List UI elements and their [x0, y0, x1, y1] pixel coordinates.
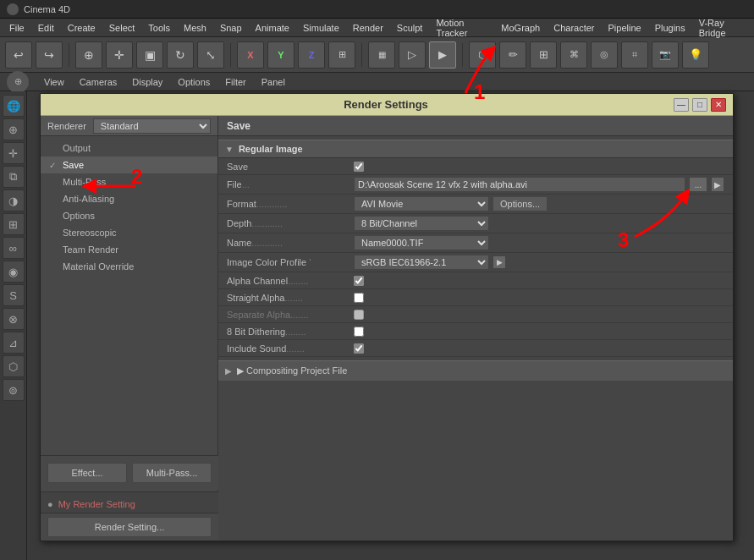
rs-row-8bit-dithering: 8 Bit Dithering........: [218, 323, 733, 340]
selection-tool-button[interactable]: ⊕: [75, 41, 102, 69]
rs-maximize-button[interactable]: □: [692, 98, 707, 112]
rs-checkbox-straight-alpha[interactable]: [354, 293, 364, 303]
rs-row-image-color-profile: Image Color Profile ' sRGB IEC61966-2.1 …: [218, 253, 733, 272]
rs-value-save: [354, 162, 724, 172]
sidebar-icon-morph[interactable]: ◉: [3, 261, 25, 283]
rs-compositing-section[interactable]: ▶ ▶ Compositing Project File: [218, 360, 733, 381]
menu-animate[interactable]: Animate: [250, 21, 295, 35]
menu-mograph[interactable]: MoGraph: [495, 21, 546, 35]
redo-button[interactable]: ↪: [36, 41, 63, 69]
rs-checkbox-separate-alpha[interactable]: [354, 310, 364, 320]
rs-section-header-regular-image[interactable]: ▼ Regular Image: [218, 140, 733, 158]
sidebar-icon-joint[interactable]: S: [3, 284, 25, 306]
render-region-button[interactable]: ▦: [368, 41, 395, 69]
sidebar-icon-dynamics[interactable]: ⬡: [3, 355, 25, 377]
sidebar-icon-shader[interactable]: ⊚: [3, 379, 25, 401]
rs-renderer-select[interactable]: Standard: [93, 118, 211, 134]
rs-checkbox-8bit-dithering[interactable]: [354, 327, 364, 337]
sub-menu-filter[interactable]: Filter: [218, 75, 252, 89]
rs-name-select[interactable]: Name0000.TIF: [354, 235, 489, 250]
render-picture-viewer-button[interactable]: ▶: [429, 41, 456, 69]
sidebar-icon-move[interactable]: ✛: [3, 142, 25, 164]
menu-edit[interactable]: Edit: [32, 21, 60, 35]
rs-nav-anti-aliasing[interactable]: Anti-Aliasing: [41, 190, 217, 207]
sub-menu-view[interactable]: View: [37, 75, 71, 89]
menu-sculpt[interactable]: Sculpt: [391, 21, 429, 35]
y-axis-button[interactable]: Y: [267, 41, 294, 69]
menu-render[interactable]: Render: [347, 21, 389, 35]
menu-pipeline[interactable]: Pipeline: [603, 21, 647, 35]
z-axis-button[interactable]: Z: [298, 41, 325, 69]
light-button[interactable]: 💡: [682, 41, 709, 69]
sidebar-icon-constraint[interactable]: ⊗: [3, 308, 25, 330]
x-axis-button[interactable]: X: [237, 41, 264, 69]
sidebar-icon-select[interactable]: ⊕: [3, 118, 25, 140]
rs-color-profile-arrow-button[interactable]: ▶: [493, 255, 506, 269]
left-sidebar: 🌐 ⊕ ✛ ⧉ ◑ ⊞ ∞ ◉ S ⊗ ⊿ ⬡ ⊚: [0, 91, 27, 560]
rs-value-alpha-channel: [354, 276, 724, 286]
rs-nav-save[interactable]: ✓ Save: [41, 156, 217, 173]
rs-file-input[interactable]: [354, 177, 685, 192]
rs-effect-button[interactable]: Effect...: [47, 463, 127, 483]
rs-format-select[interactable]: AVI Movie: [354, 196, 489, 211]
rs-depth-select[interactable]: 8 Bit/Channel: [354, 216, 489, 231]
rs-checkbox-save[interactable]: [354, 162, 364, 172]
rs-nav-options[interactable]: Options: [41, 207, 217, 224]
rs-nav-material-override[interactable]: Material Override: [41, 258, 217, 275]
rs-minimize-button[interactable]: —: [674, 98, 689, 112]
sidebar-icon-globe[interactable]: 🌐: [3, 95, 25, 117]
sidebar-icon-material[interactable]: ◑: [3, 189, 25, 211]
undo-button[interactable]: ↩: [5, 41, 32, 69]
sidebar-icon-ik[interactable]: ⊿: [3, 332, 25, 354]
rs-close-button[interactable]: ✕: [711, 98, 726, 112]
render-view-button[interactable]: ▷: [399, 41, 426, 69]
menu-snap[interactable]: Snap: [214, 21, 248, 35]
menu-create[interactable]: Create: [62, 21, 102, 35]
menu-character[interactable]: Character: [548, 21, 600, 35]
sidebar-icon-layers[interactable]: ⧉: [3, 166, 25, 188]
move-tool-button[interactable]: ✛: [106, 41, 133, 69]
sub-menu-display[interactable]: Display: [125, 75, 169, 89]
menu-plugins[interactable]: Plugins: [649, 21, 691, 35]
box-tool-button[interactable]: ▣: [136, 41, 163, 69]
sidebar-icon-tag[interactable]: ⊞: [3, 213, 25, 235]
sub-menu-cameras[interactable]: Cameras: [73, 75, 124, 89]
rs-window-buttons: — □ ✕: [674, 98, 726, 112]
sidebar-icon-xpresso[interactable]: ∞: [3, 237, 25, 259]
rs-row-depth: Depth............ 8 Bit/Channel: [218, 214, 733, 233]
rs-nav-stereoscopic[interactable]: Stereoscopic: [41, 224, 217, 241]
grid-button[interactable]: ⊞: [530, 41, 557, 69]
rs-right-header: Save: [218, 116, 733, 136]
cube-button[interactable]: ⬡: [469, 41, 496, 69]
rs-file-arrow-button[interactable]: ▶: [711, 177, 724, 192]
pen-button[interactable]: ✏: [499, 41, 526, 69]
rs-nav-team-render[interactable]: Team Render: [41, 241, 217, 258]
spline-button[interactable]: ◎: [591, 41, 618, 69]
rs-render-setting-button[interactable]: Render Setting...: [47, 517, 212, 537]
coord-button[interactable]: ⊞: [328, 41, 355, 69]
rs-multi-pass-button[interactable]: Multi-Pass...: [132, 463, 212, 483]
sub-menu-panel[interactable]: Panel: [255, 75, 292, 89]
rs-options-button[interactable]: Options...: [493, 196, 548, 211]
menu-select[interactable]: Select: [103, 21, 141, 35]
menu-motion-tracker[interactable]: Motion Tracker: [430, 16, 493, 40]
sub-menu-options[interactable]: Options: [171, 75, 217, 89]
camera-button[interactable]: 📷: [652, 41, 679, 69]
nurbs-button[interactable]: ⌗: [621, 41, 648, 69]
scale-tool-button[interactable]: ⤡: [197, 41, 224, 69]
rs-nav-output[interactable]: Output: [41, 140, 217, 156]
rs-browse-button[interactable]: ...: [689, 177, 707, 192]
rs-checkbox-alpha-channel[interactable]: [354, 276, 364, 286]
rotate-tool-button[interactable]: ↻: [167, 41, 194, 69]
menu-file[interactable]: File: [3, 21, 30, 35]
menu-tools[interactable]: Tools: [142, 21, 176, 35]
menu-vray-bridge[interactable]: V-Ray Bridge: [693, 16, 751, 40]
menu-simulate[interactable]: Simulate: [297, 21, 345, 35]
menu-mesh[interactable]: Mesh: [178, 21, 212, 35]
rs-regular-image-section: ▼ Regular Image Save File... ...: [218, 140, 733, 357]
rs-nav-save-label: Save: [63, 160, 84, 170]
rs-image-color-profile-select[interactable]: sRGB IEC61966-2.1: [354, 255, 489, 270]
deform-button[interactable]: ⌘: [560, 41, 587, 69]
rs-nav-multi-pass[interactable]: Multi-Pass: [41, 173, 217, 190]
rs-checkbox-include-sound[interactable]: [354, 343, 364, 354]
